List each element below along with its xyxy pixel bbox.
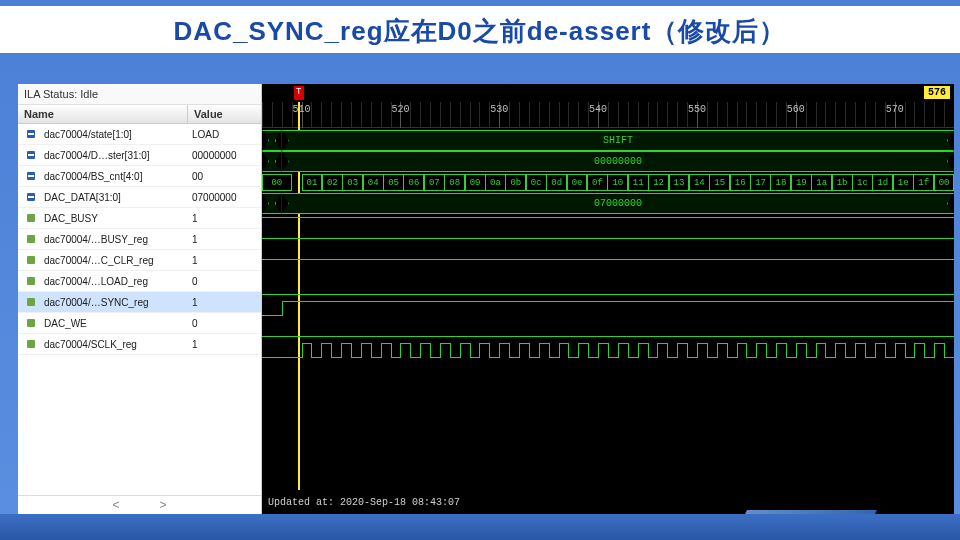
- hex-cell: 1f: [913, 174, 934, 191]
- ila-status-label: ILA Status:: [24, 88, 77, 100]
- chevron-right-icon[interactable]: >: [160, 498, 167, 512]
- hex-cell: 00: [262, 174, 292, 191]
- footer-bar: [0, 514, 960, 540]
- ila-viewer: ILA Status: Idle Name Value dac70004/sta…: [18, 84, 954, 514]
- hex-cell: 1c: [852, 174, 873, 191]
- signal-value: 1: [188, 339, 261, 350]
- hex-cell: 1a: [811, 174, 832, 191]
- signal-name: dac70004/BS_cnt[4:0]: [40, 171, 188, 182]
- signal-row[interactable]: dac70004/SCLK_reg 1: [18, 334, 261, 355]
- signal-name: DAC_BUSY: [40, 213, 188, 224]
- signal-name: DAC_WE: [40, 318, 188, 329]
- waveform-row[interactable]: SHIFT: [262, 130, 954, 151]
- hex-cell: 16: [730, 174, 751, 191]
- col-value[interactable]: Value: [188, 105, 261, 123]
- signal-value: 1: [188, 213, 261, 224]
- waveform-row[interactable]: [262, 340, 954, 361]
- signal-row[interactable]: dac70004/D…ster[31:0] 00000000: [18, 145, 261, 166]
- ruler-tick-label: 570: [886, 104, 904, 115]
- hex-cell: 13: [669, 174, 690, 191]
- hex-cell: 09: [465, 174, 486, 191]
- signal-name: dac70004/…BUSY_reg: [40, 234, 188, 245]
- hex-cell: 03: [342, 174, 363, 191]
- ruler-tick-label: 530: [490, 104, 508, 115]
- hex-cell: 19: [791, 174, 812, 191]
- signal-name: dac70004/SCLK_reg: [40, 339, 188, 350]
- cursor-position-badge: 576: [924, 86, 950, 99]
- ruler-tick-label: 560: [787, 104, 805, 115]
- waveform-panel[interactable]: 576 510520530540550560570 SHIFT000000000…: [262, 84, 954, 514]
- signal-icon: [18, 340, 40, 348]
- left-scroll[interactable]: < >: [18, 495, 261, 514]
- waveform-row[interactable]: [262, 319, 954, 340]
- updated-timestamp: Updated at: 2020-Sep-18 08:43:07: [268, 497, 460, 508]
- signal-name: DAC_DATA[31:0]: [40, 192, 188, 203]
- ruler-tick-label: 550: [688, 104, 706, 115]
- signal-row[interactable]: dac70004/…SYNC_reg 1: [18, 292, 261, 313]
- signal-name: dac70004/D…ster[31:0]: [40, 150, 188, 161]
- signal-row[interactable]: DAC_BUSY 1: [18, 208, 261, 229]
- signal-value: 07000000: [188, 192, 261, 203]
- hex-cell: 0e: [567, 174, 588, 191]
- waveform-row[interactable]: [262, 235, 954, 256]
- hex-cell: 05: [383, 174, 404, 191]
- signal-value: 00: [188, 171, 261, 182]
- bus-value-label: SHIFT: [282, 130, 954, 151]
- hex-cell: 01: [302, 174, 323, 191]
- hex-cell: 1e: [893, 174, 914, 191]
- signal-icon: [18, 298, 40, 306]
- hex-cell: 17: [750, 174, 771, 191]
- ruler-tick-label: 510: [293, 104, 311, 115]
- signal-icon: [18, 235, 40, 243]
- signal-row[interactable]: dac70004/…BUSY_reg 1: [18, 229, 261, 250]
- bus-icon: [18, 193, 40, 201]
- hex-cell: 15: [709, 174, 730, 191]
- waveform-row[interactable]: 00000000: [262, 151, 954, 172]
- hex-cell: 12: [648, 174, 669, 191]
- ruler-tick-label: 540: [589, 104, 607, 115]
- waveform-row[interactable]: [262, 256, 954, 277]
- chevron-left-icon[interactable]: <: [112, 498, 119, 512]
- hex-cell: 0f: [587, 174, 608, 191]
- signal-value: 1: [188, 234, 261, 245]
- signal-row[interactable]: DAC_DATA[31:0] 07000000: [18, 187, 261, 208]
- hex-cell: 1d: [872, 174, 893, 191]
- signal-list-panel: ILA Status: Idle Name Value dac70004/sta…: [18, 84, 262, 514]
- time-ruler[interactable]: 510520530540550560570: [262, 102, 954, 128]
- signal-name: dac70004/state[1:0]: [40, 129, 188, 140]
- signal-icon: [18, 256, 40, 264]
- signal-icon: [18, 277, 40, 285]
- hex-cell: 14: [689, 174, 710, 191]
- signal-row[interactable]: dac70004/BS_cnt[4:0] 00: [18, 166, 261, 187]
- signal-icon: [18, 214, 40, 222]
- signal-row[interactable]: DAC_WE 0: [18, 313, 261, 334]
- bus-icon: [18, 172, 40, 180]
- bus-icon: [18, 151, 40, 159]
- col-name[interactable]: Name: [18, 105, 188, 123]
- bus-value-label: 07000000: [282, 193, 954, 214]
- ruler-tick-label: 520: [391, 104, 409, 115]
- hex-cell: 02: [322, 174, 343, 191]
- hex-cell: 0b: [505, 174, 526, 191]
- waveform-row[interactable]: [262, 277, 954, 298]
- signal-row[interactable]: dac70004/…C_CLR_reg 1: [18, 250, 261, 271]
- signal-name: dac70004/…SYNC_reg: [40, 297, 188, 308]
- hex-cell: 08: [444, 174, 465, 191]
- waveform-row[interactable]: 07000000: [262, 193, 954, 214]
- waveform-row[interactable]: [262, 214, 954, 235]
- bus-icon: [18, 130, 40, 138]
- waveform-row[interactable]: [262, 298, 954, 319]
- ila-status-value: Idle: [80, 88, 98, 100]
- hex-cell: 00: [934, 174, 954, 191]
- trigger-marker[interactable]: [294, 86, 304, 100]
- signal-row[interactable]: dac70004/state[1:0] LOAD: [18, 124, 261, 145]
- hex-cell: 10: [607, 174, 628, 191]
- slide-title: DAC_SYNC_reg应在D0之前de-assert（修改后）: [0, 6, 960, 53]
- signal-value: 0: [188, 276, 261, 287]
- waveform-row[interactable]: 000102030405060708090a0b0c0d0e0f10111213…: [262, 172, 954, 193]
- hex-cell: 07: [424, 174, 445, 191]
- signal-row[interactable]: dac70004/…LOAD_reg 0: [18, 271, 261, 292]
- signal-value: 1: [188, 255, 261, 266]
- signal-value: 1: [188, 297, 261, 308]
- hex-cell: 0a: [485, 174, 506, 191]
